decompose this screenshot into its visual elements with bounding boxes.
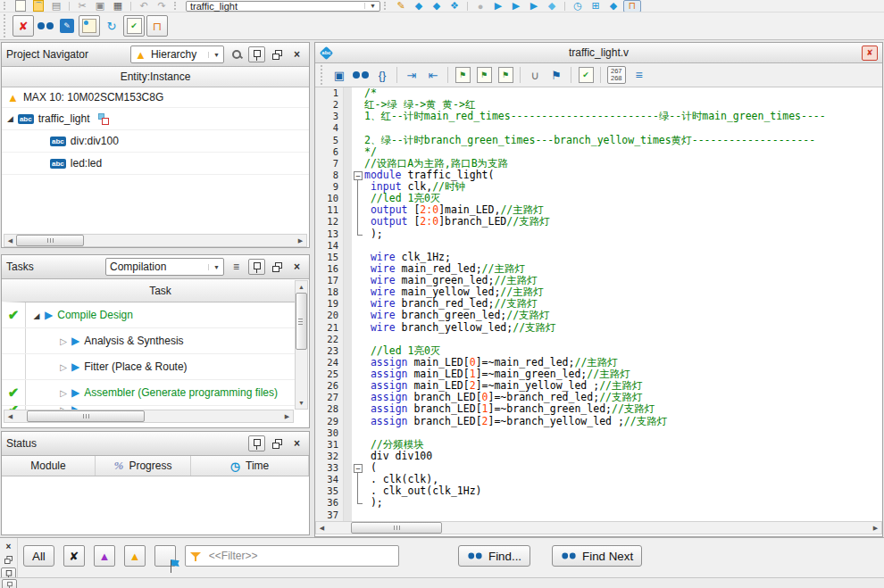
collapse-caret-icon[interactable]: ▷ xyxy=(58,386,69,399)
compare-files-icon[interactable]: ▣ xyxy=(329,65,349,85)
scrollbar-thumb[interactable] xyxy=(351,522,442,534)
fold-marker-icon[interactable] xyxy=(353,462,364,474)
scroll-right-icon[interactable]: ▶ xyxy=(281,410,293,422)
scroll-right-icon[interactable]: ▶ xyxy=(295,235,306,246)
copy-icon[interactable]: ▣ xyxy=(92,1,108,12)
find-button[interactable]: Find... xyxy=(458,545,530,567)
critical-warnings-icon[interactable]: ▲ xyxy=(94,545,115,567)
expand-caret-icon[interactable]: ◢ xyxy=(7,114,13,123)
device-item[interactable]: ▲MAX 10: 10M02SCM153C8G xyxy=(2,87,309,108)
task-column-header[interactable]: Task xyxy=(2,279,296,302)
pin-button[interactable] xyxy=(248,435,265,451)
warnings-icon[interactable]: ▲ xyxy=(124,545,146,567)
task-flow-select[interactable]: Compilation ▼ xyxy=(105,258,224,276)
all-messages-button[interactable]: All xyxy=(23,545,54,567)
entity-instance-column-header[interactable]: Entity:Instance xyxy=(2,67,309,87)
code-line[interactable]: 32 div div100 xyxy=(315,451,882,462)
paste-icon[interactable]: ▦ xyxy=(110,1,126,12)
float-button[interactable] xyxy=(270,436,285,451)
stop-compilation-icon[interactable]: ● xyxy=(472,1,488,12)
errors-icon[interactable]: ✘ xyxy=(63,545,85,567)
pin-button[interactable] xyxy=(248,46,265,62)
find-next-button[interactable]: Find Next xyxy=(552,545,642,567)
code-line[interactable]: 36 ); xyxy=(315,497,882,509)
toggle-bookmark-icon[interactable]: ⚑ xyxy=(453,65,472,85)
assignment-editor-icon[interactable]: ✎ xyxy=(393,1,409,12)
scroll-down-icon[interactable]: ▼ xyxy=(296,397,307,409)
open-file-icon[interactable]: ⌒ xyxy=(30,1,46,12)
scrollbar-thumb[interactable] xyxy=(296,293,307,350)
float-button[interactable] xyxy=(2,554,15,566)
edit-report-icon[interactable]: ✎ xyxy=(57,16,77,36)
run-task-icon[interactable]: ▶ xyxy=(71,386,79,399)
tree-item-div-div100[interactable]: abcdiv:div100 xyxy=(2,130,309,153)
status-column-time[interactable]: ◷Time xyxy=(191,456,309,476)
scroll-left-icon[interactable]: ◀ xyxy=(316,522,328,534)
float-button[interactable] xyxy=(270,47,285,62)
menu-button[interactable]: ≡ xyxy=(229,260,244,274)
find-icon[interactable] xyxy=(36,16,55,36)
timing-analyzer-icon[interactable]: ◷ xyxy=(570,1,586,12)
close-button[interactable]: × xyxy=(289,436,304,451)
collapse-caret-icon[interactable]: ▷ xyxy=(58,335,69,347)
settings-icon[interactable]: ◆ xyxy=(411,1,427,12)
toolbar-handle[interactable] xyxy=(384,2,388,10)
comment-icon[interactable]: ⚑ xyxy=(546,65,566,85)
code-line[interactable]: 21 wire branch_yellow_led;//支路灯 xyxy=(315,322,882,334)
collapse-caret-icon[interactable]: ▷ xyxy=(58,360,69,373)
editor-tab-title[interactable]: traffic_light.v xyxy=(315,46,882,59)
scrollbar-thumb[interactable] xyxy=(16,235,84,246)
rapid-recompile-icon[interactable]: ◆ xyxy=(544,1,560,12)
search-button[interactable] xyxy=(229,47,244,62)
attach-icon[interactable]: ∪ xyxy=(525,65,545,85)
navigator-view-select[interactable]: ▲ Hierarchy ▼ xyxy=(130,46,224,63)
toolbar-handle[interactable] xyxy=(321,65,325,85)
programmer-icon[interactable]: ◆ xyxy=(605,1,621,12)
close-button[interactable]: × xyxy=(2,541,15,552)
task-row[interactable]: ✔▷▶Assembler (Generate programming files… xyxy=(2,380,296,406)
code-line[interactable]: 31、红--计时main_red_times------------------… xyxy=(315,111,882,122)
task-row[interactable]: ✔◢▶Compile Design xyxy=(2,302,296,328)
code-line[interactable]: 13 ); xyxy=(315,228,882,240)
code-area[interactable]: 1/*2红->绿 绿->黄 黄->红31、红--计时main_red_times… xyxy=(315,87,882,521)
pin-button[interactable] xyxy=(2,579,17,588)
analyze-current-file-icon[interactable]: ✔ xyxy=(123,15,145,37)
editor-horizontal-scrollbar[interactable]: ◀ ▶ xyxy=(315,521,882,534)
generate-hdl-icon[interactable]: ❖ xyxy=(446,1,463,12)
tasks-vertical-scrollbar[interactable]: ▲ ▼ xyxy=(295,280,308,410)
toolbar-handle[interactable] xyxy=(4,14,8,37)
cut-icon[interactable]: ✂ xyxy=(74,1,90,12)
pin-button[interactable] xyxy=(248,259,265,275)
message-filter-input[interactable] xyxy=(207,549,394,563)
find-icon[interactable] xyxy=(351,65,371,85)
current-document-select[interactable]: traffic_light ▼ xyxy=(186,1,380,12)
outdent-icon[interactable]: ⇤ xyxy=(423,65,443,85)
refresh-icon[interactable]: ↻ xyxy=(102,16,121,36)
code-line[interactable]: 29 assign branch_LED[2]=~branch_yellow_l… xyxy=(315,416,882,427)
scroll-left-icon[interactable]: ◀ xyxy=(4,410,16,422)
task-row[interactable]: ▷▶Fitter (Place & Route) xyxy=(2,354,296,380)
run-task-icon[interactable]: ▶ xyxy=(71,360,79,373)
run-task-icon[interactable]: ▶ xyxy=(45,309,53,321)
tree-item-traffic-light[interactable]: ◢abctraffic_light xyxy=(2,108,309,130)
chip-planner-icon[interactable]: ⊓ xyxy=(146,15,168,37)
word-wrap-icon[interactable]: ≡ xyxy=(630,65,649,85)
next-bookmark-icon[interactable]: ⚑ xyxy=(474,65,494,85)
task-row[interactable]: ▷▶Analysis & Synthesis xyxy=(2,328,296,354)
platform-designer-icon[interactable]: ◆ xyxy=(429,1,445,12)
info-flag-icon[interactable] xyxy=(154,545,176,567)
scroll-right-icon[interactable]: ▶ xyxy=(870,522,881,534)
signal-tap-icon[interactable]: ⊓ xyxy=(623,0,641,12)
code-line[interactable]: 52、绿--计时branch_green_times---branch_yell… xyxy=(315,135,882,146)
expand-caret-icon[interactable]: ◢ xyxy=(31,309,42,321)
close-button[interactable]: × xyxy=(289,47,304,62)
redo-icon[interactable]: ↷ xyxy=(154,1,170,12)
netlist-viewer-icon[interactable]: ⊞ xyxy=(588,1,604,12)
float-button[interactable] xyxy=(270,260,285,274)
tab-close-button[interactable]: ✘ xyxy=(862,46,878,61)
navigator-horizontal-scrollbar[interactable]: ◀ ▶ xyxy=(4,234,307,247)
status-column-module[interactable]: Module xyxy=(2,456,96,476)
scrollbar-thumb[interactable] xyxy=(27,410,145,422)
new-file-icon[interactable] xyxy=(13,1,29,12)
start-fitter-icon[interactable]: ▶ xyxy=(526,1,542,12)
